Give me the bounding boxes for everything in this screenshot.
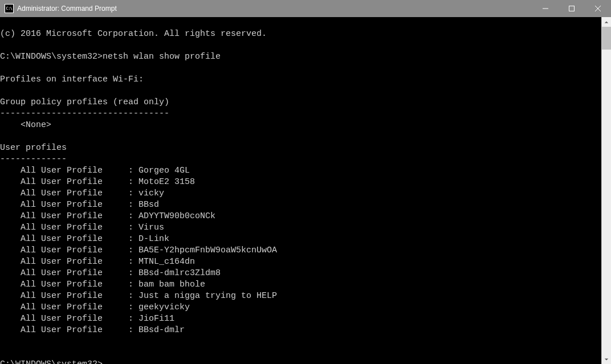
up-header: User profiles	[0, 143, 67, 153]
profile-row: All User Profile : JioFi11	[0, 313, 601, 325]
gp-separator: ---------------------------------	[0, 109, 169, 118]
chevron-up-icon	[604, 20, 609, 24]
profile-label: All User Profile :	[0, 211, 139, 221]
gp-none: <None>	[0, 120, 51, 130]
maximize-icon	[569, 6, 575, 11]
maximize-button[interactable]	[559, 0, 585, 17]
profile-row: All User Profile : MTNL_c164dn	[0, 256, 601, 268]
profile-label: All User Profile :	[0, 257, 139, 267]
scroll-track[interactable]	[602, 27, 611, 354]
profile-row: All User Profile : geekyvicky	[0, 302, 601, 313]
profile-label: All User Profile :	[0, 223, 139, 232]
svg-rect-1	[569, 6, 575, 11]
profile-row: All User Profile : BBsd-dmlr	[0, 325, 601, 336]
window-titlebar: C:\ Administrator: Command Prompt	[0, 0, 611, 17]
profiles-list: All User Profile : Gorgeo 4GL All User P…	[0, 165, 601, 336]
profile-row: All User Profile : ADYYTW90b0coNCk	[0, 211, 601, 222]
profile-row: All User Profile : bam bam bhole	[0, 279, 601, 291]
profile-name: geekyvicky	[139, 302, 190, 312]
profile-row: All User Profile : Gorgeo 4GL	[0, 165, 601, 177]
profile-label: All User Profile :	[0, 268, 139, 278]
up-separator: -------------	[0, 154, 67, 164]
profile-row: All User Profile : vicky	[0, 188, 601, 199]
vertical-scrollbar[interactable]	[601, 17, 611, 364]
profile-label: All User Profile :	[0, 246, 139, 255]
scroll-up-button[interactable]	[602, 17, 611, 27]
profile-row: All User Profile : Virus	[0, 222, 601, 234]
terminal-output[interactable]: (c) 2016 Microsoft Corporation. All righ…	[0, 17, 601, 364]
profile-row: All User Profile : MotoE2 3158	[0, 177, 601, 188]
profile-name: BBsd-dmlrc3Zldm8	[139, 268, 221, 278]
scroll-thumb[interactable]	[602, 27, 611, 50]
interface-header: Profiles on interface Wi-Fi:	[0, 75, 144, 84]
profile-name: BA5E-Y2hpcmFnbW9oaW5kcnUwOA	[139, 246, 277, 255]
profile-name: MotoE2 3158	[139, 177, 195, 187]
profile-name: Just a nigga trying to HELP	[139, 291, 277, 301]
profile-name: ADYYTW90b0coNCk	[139, 211, 215, 221]
profile-name: D-Link	[139, 234, 169, 244]
close-button[interactable]	[585, 0, 611, 17]
profile-label: All User Profile :	[0, 234, 139, 244]
window-buttons	[532, 0, 611, 17]
profile-name: JioFi11	[139, 314, 174, 324]
profile-name: vicky	[139, 189, 164, 198]
profile-label: All User Profile :	[0, 325, 139, 335]
command-text: netsh wlan show profile	[103, 52, 221, 62]
prompt-path: C:\WINDOWS\system32>	[0, 52, 103, 62]
profile-row: All User Profile : BBsd-dmlrc3Zldm8	[0, 268, 601, 279]
minimize-button[interactable]	[532, 0, 559, 17]
profile-label: All User Profile :	[0, 314, 139, 324]
minimize-icon	[543, 6, 548, 11]
profile-row: All User Profile : D-Link	[0, 234, 601, 245]
profile-label: All User Profile :	[0, 302, 139, 312]
gp-header: Group policy profiles (read only)	[0, 97, 169, 107]
profile-label: All User Profile :	[0, 291, 139, 301]
profile-label: All User Profile :	[0, 177, 139, 187]
profile-name: MTNL_c164dn	[139, 257, 195, 267]
profile-label: All User Profile :	[0, 189, 139, 198]
copyright-line: (c) 2016 Microsoft Corporation. All righ…	[0, 29, 267, 39]
profile-name: BBsd	[139, 200, 159, 210]
profile-name: BBsd-dmlr	[139, 325, 185, 335]
profile-name: Virus	[139, 223, 164, 232]
profile-name: Gorgeo 4GL	[139, 166, 190, 175]
close-icon	[595, 6, 601, 11]
prompt-path: C:\WINDOWS\system32>	[0, 359, 103, 364]
chevron-down-icon	[604, 357, 609, 362]
profile-label: All User Profile :	[0, 280, 139, 289]
profile-row: All User Profile : BA5E-Y2hpcmFnbW9oaW5k…	[0, 245, 601, 256]
profile-row: All User Profile : BBsd	[0, 199, 601, 211]
scroll-down-button[interactable]	[602, 354, 611, 364]
cmd-icon: C:\	[5, 4, 14, 13]
window-title: Administrator: Command Prompt	[17, 5, 532, 13]
profile-row: All User Profile : Just a nigga trying t…	[0, 291, 601, 302]
profile-label: All User Profile :	[0, 166, 139, 175]
profile-name: bam bam bhole	[139, 280, 205, 289]
profile-label: All User Profile :	[0, 200, 139, 210]
